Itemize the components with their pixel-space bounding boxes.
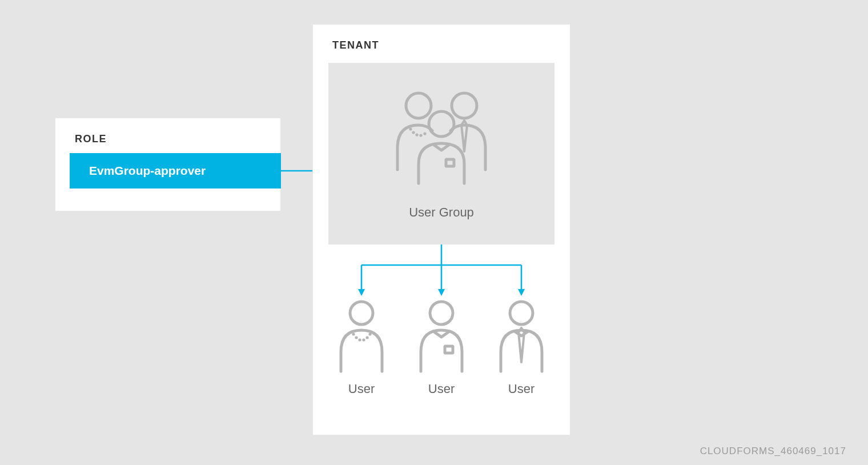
svg-marker-14: [358, 289, 365, 296]
svg-point-6: [419, 134, 422, 137]
svg-point-19: [350, 302, 373, 324]
svg-point-24: [365, 336, 368, 339]
usergroup-box: User Group: [328, 63, 554, 244]
role-heading: ROLE: [75, 133, 280, 145]
svg-point-8: [452, 93, 477, 118]
footer-id: CLOUDFORMS_460469_1017: [700, 446, 846, 457]
svg-point-20: [352, 332, 355, 335]
svg-point-21: [355, 336, 357, 339]
user-label: User: [508, 382, 535, 396]
user-item-2: User: [407, 298, 476, 396]
svg-marker-18: [518, 289, 525, 296]
svg-point-23: [362, 338, 365, 341]
svg-point-28: [510, 302, 533, 324]
arrow-usergroup-to-users: [328, 244, 554, 296]
svg-rect-10: [446, 159, 454, 166]
svg-point-3: [409, 127, 412, 130]
user-label: User: [348, 382, 375, 396]
svg-point-2: [406, 93, 431, 118]
user-pocket-icon: [413, 298, 470, 376]
user-tie-icon: [493, 298, 550, 376]
svg-point-5: [415, 133, 418, 136]
svg-point-9: [429, 111, 454, 137]
usergroup-label: User Group: [409, 205, 474, 220]
svg-point-4: [412, 131, 415, 134]
usergroup-icon: [379, 87, 504, 189]
user-item-1: User: [327, 298, 396, 396]
svg-marker-16: [438, 289, 445, 296]
svg-point-22: [358, 338, 361, 341]
user-label: User: [428, 382, 455, 396]
svg-point-7: [423, 132, 426, 135]
role-chip: EvmGroup-approver: [70, 153, 281, 189]
svg-point-25: [368, 332, 371, 335]
svg-point-26: [430, 302, 453, 324]
user-necklace-icon: [333, 298, 390, 376]
user-item-3: User: [487, 298, 556, 396]
role-chip-label: EvmGroup-approver: [89, 164, 206, 178]
tenant-heading: TENANT: [332, 39, 570, 51]
svg-rect-27: [445, 346, 453, 353]
